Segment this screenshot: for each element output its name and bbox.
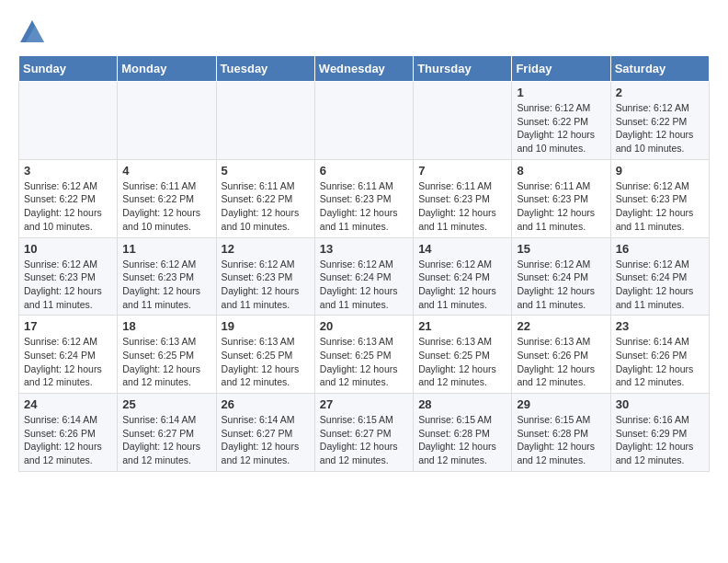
day-number: 21 xyxy=(418,319,506,333)
day-info: Sunrise: 6:14 AM Sunset: 6:26 PM Dayligh… xyxy=(24,413,112,467)
page-header xyxy=(18,18,710,46)
calendar-cell: 21Sunrise: 6:13 AM Sunset: 6:25 PM Dayli… xyxy=(414,316,512,394)
day-number: 16 xyxy=(616,242,704,256)
calendar-cell: 6Sunrise: 6:11 AM Sunset: 6:23 PM Daylig… xyxy=(314,159,413,237)
day-number: 24 xyxy=(24,397,112,411)
calendar-cell: 30Sunrise: 6:16 AM Sunset: 6:29 PM Dayli… xyxy=(610,394,709,472)
day-info: Sunrise: 6:12 AM Sunset: 6:23 PM Dayligh… xyxy=(122,258,210,312)
day-number: 8 xyxy=(517,164,605,178)
day-number: 5 xyxy=(222,164,310,178)
day-info: Sunrise: 6:13 AM Sunset: 6:25 PM Dayligh… xyxy=(418,335,506,389)
calendar-cell: 29Sunrise: 6:15 AM Sunset: 6:28 PM Dayli… xyxy=(512,394,610,472)
day-info: Sunrise: 6:14 AM Sunset: 6:27 PM Dayligh… xyxy=(122,413,210,467)
calendar-cell: 3Sunrise: 6:12 AM Sunset: 6:22 PM Daylig… xyxy=(19,159,118,237)
day-number: 23 xyxy=(616,319,704,333)
calendar-day-header: Friday xyxy=(512,56,610,82)
day-info: Sunrise: 6:12 AM Sunset: 6:22 PM Dayligh… xyxy=(24,179,112,234)
calendar-cell: 28Sunrise: 6:15 AM Sunset: 6:28 PM Dayli… xyxy=(414,394,512,472)
logo-icon xyxy=(18,18,46,46)
day-info: Sunrise: 6:12 AM Sunset: 6:23 PM Dayligh… xyxy=(222,258,310,312)
calendar-cell: 25Sunrise: 6:14 AM Sunset: 6:27 PM Dayli… xyxy=(118,394,216,472)
day-info: Sunrise: 6:11 AM Sunset: 6:23 PM Dayligh… xyxy=(517,179,605,234)
calendar-cell: 18Sunrise: 6:13 AM Sunset: 6:25 PM Dayli… xyxy=(118,316,216,394)
calendar-cell xyxy=(19,82,118,160)
logo xyxy=(18,18,50,46)
day-info: Sunrise: 6:12 AM Sunset: 6:24 PM Dayligh… xyxy=(517,258,605,312)
day-info: Sunrise: 6:13 AM Sunset: 6:25 PM Dayligh… xyxy=(222,335,310,389)
day-number: 29 xyxy=(517,397,605,411)
day-number: 22 xyxy=(517,319,605,333)
calendar-day-header: Tuesday xyxy=(216,56,314,82)
calendar-table: SundayMondayTuesdayWednesdayThursdayFrid… xyxy=(18,55,710,472)
day-number: 4 xyxy=(122,164,210,178)
calendar-cell: 16Sunrise: 6:12 AM Sunset: 6:24 PM Dayli… xyxy=(610,237,709,316)
day-info: Sunrise: 6:14 AM Sunset: 6:27 PM Dayligh… xyxy=(222,413,310,467)
day-number: 14 xyxy=(418,242,506,256)
calendar-day-header: Monday xyxy=(118,56,216,82)
calendar-cell: 2Sunrise: 6:12 AM Sunset: 6:22 PM Daylig… xyxy=(610,82,709,160)
day-number: 17 xyxy=(24,319,112,333)
day-number: 11 xyxy=(122,242,210,256)
calendar-cell: 17Sunrise: 6:12 AM Sunset: 6:24 PM Dayli… xyxy=(19,316,118,394)
day-number: 9 xyxy=(616,164,704,178)
day-number: 27 xyxy=(320,397,408,411)
day-number: 25 xyxy=(122,397,210,411)
day-info: Sunrise: 6:15 AM Sunset: 6:28 PM Dayligh… xyxy=(418,413,506,467)
calendar-cell xyxy=(216,82,314,160)
day-info: Sunrise: 6:12 AM Sunset: 6:23 PM Dayligh… xyxy=(616,179,704,234)
day-number: 7 xyxy=(418,164,506,178)
day-number: 6 xyxy=(320,164,408,178)
day-number: 26 xyxy=(222,397,310,411)
calendar-day-header: Sunday xyxy=(19,56,118,82)
day-number: 15 xyxy=(517,242,605,256)
calendar-cell: 23Sunrise: 6:14 AM Sunset: 6:26 PM Dayli… xyxy=(610,316,709,394)
day-info: Sunrise: 6:13 AM Sunset: 6:26 PM Dayligh… xyxy=(517,335,605,389)
calendar-cell: 5Sunrise: 6:11 AM Sunset: 6:22 PM Daylig… xyxy=(216,159,314,237)
day-number: 12 xyxy=(222,242,310,256)
calendar-day-header: Thursday xyxy=(414,56,512,82)
calendar-cell: 9Sunrise: 6:12 AM Sunset: 6:23 PM Daylig… xyxy=(610,159,709,237)
calendar-cell: 1Sunrise: 6:12 AM Sunset: 6:22 PM Daylig… xyxy=(512,82,610,160)
day-number: 19 xyxy=(222,319,310,333)
calendar-cell: 8Sunrise: 6:11 AM Sunset: 6:23 PM Daylig… xyxy=(512,159,610,237)
day-info: Sunrise: 6:13 AM Sunset: 6:25 PM Dayligh… xyxy=(320,335,408,389)
calendar-week-row: 1Sunrise: 6:12 AM Sunset: 6:22 PM Daylig… xyxy=(19,82,710,160)
day-info: Sunrise: 6:12 AM Sunset: 6:22 PM Dayligh… xyxy=(616,101,704,155)
day-info: Sunrise: 6:15 AM Sunset: 6:27 PM Dayligh… xyxy=(320,413,408,467)
day-number: 30 xyxy=(616,397,704,411)
day-number: 28 xyxy=(418,397,506,411)
day-info: Sunrise: 6:12 AM Sunset: 6:24 PM Dayligh… xyxy=(24,335,112,389)
day-info: Sunrise: 6:11 AM Sunset: 6:23 PM Dayligh… xyxy=(320,179,408,234)
calendar-cell: 26Sunrise: 6:14 AM Sunset: 6:27 PM Dayli… xyxy=(216,394,314,472)
calendar-cell: 19Sunrise: 6:13 AM Sunset: 6:25 PM Dayli… xyxy=(216,316,314,394)
calendar-cell: 14Sunrise: 6:12 AM Sunset: 6:24 PM Dayli… xyxy=(414,237,512,316)
calendar-cell: 7Sunrise: 6:11 AM Sunset: 6:23 PM Daylig… xyxy=(414,159,512,237)
day-number: 2 xyxy=(616,86,704,99)
calendar-cell: 27Sunrise: 6:15 AM Sunset: 6:27 PM Dayli… xyxy=(314,394,413,472)
day-number: 10 xyxy=(24,242,112,256)
day-info: Sunrise: 6:12 AM Sunset: 6:22 PM Dayligh… xyxy=(517,101,605,155)
calendar-cell: 13Sunrise: 6:12 AM Sunset: 6:24 PM Dayli… xyxy=(314,237,413,316)
day-number: 20 xyxy=(320,319,408,333)
calendar-week-row: 10Sunrise: 6:12 AM Sunset: 6:23 PM Dayli… xyxy=(19,237,710,316)
calendar-cell: 20Sunrise: 6:13 AM Sunset: 6:25 PM Dayli… xyxy=(314,316,413,394)
day-number: 3 xyxy=(24,164,112,178)
calendar-cell: 11Sunrise: 6:12 AM Sunset: 6:23 PM Dayli… xyxy=(118,237,216,316)
calendar-week-row: 24Sunrise: 6:14 AM Sunset: 6:26 PM Dayli… xyxy=(19,394,710,472)
calendar-cell: 15Sunrise: 6:12 AM Sunset: 6:24 PM Dayli… xyxy=(512,237,610,316)
day-number: 1 xyxy=(517,86,605,99)
calendar-cell xyxy=(414,82,512,160)
calendar-cell xyxy=(118,82,216,160)
day-info: Sunrise: 6:11 AM Sunset: 6:23 PM Dayligh… xyxy=(418,179,506,234)
calendar-header-row: SundayMondayTuesdayWednesdayThursdayFrid… xyxy=(19,56,710,82)
day-info: Sunrise: 6:14 AM Sunset: 6:26 PM Dayligh… xyxy=(616,335,704,389)
calendar-day-header: Wednesday xyxy=(314,56,413,82)
calendar-cell: 24Sunrise: 6:14 AM Sunset: 6:26 PM Dayli… xyxy=(19,394,118,472)
calendar-cell: 12Sunrise: 6:12 AM Sunset: 6:23 PM Dayli… xyxy=(216,237,314,316)
calendar-week-row: 3Sunrise: 6:12 AM Sunset: 6:22 PM Daylig… xyxy=(19,159,710,237)
day-info: Sunrise: 6:12 AM Sunset: 6:23 PM Dayligh… xyxy=(24,258,112,312)
calendar-cell xyxy=(314,82,413,160)
calendar-week-row: 17Sunrise: 6:12 AM Sunset: 6:24 PM Dayli… xyxy=(19,316,710,394)
calendar-cell: 22Sunrise: 6:13 AM Sunset: 6:26 PM Dayli… xyxy=(512,316,610,394)
day-info: Sunrise: 6:12 AM Sunset: 6:24 PM Dayligh… xyxy=(320,258,408,312)
